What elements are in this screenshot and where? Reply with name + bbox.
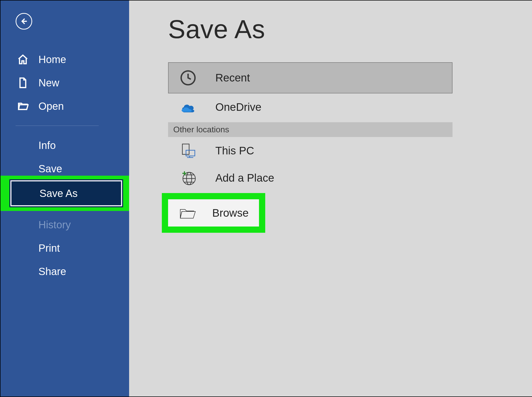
clock-icon (176, 70, 200, 86)
this-pc-icon (176, 142, 200, 159)
location-label: Add a Place (215, 172, 274, 184)
location-label: Recent (215, 72, 250, 84)
sidebar-item-label: History (38, 219, 71, 231)
main-panel: Save As Recent OneDrive Other locations (129, 0, 532, 397)
add-place-globe-icon (176, 170, 200, 186)
sidebar-item-print[interactable]: Print (0, 236, 129, 260)
sidebar-divider (16, 126, 99, 126)
onedrive-cloud-icon (176, 99, 200, 115)
sidebar-item-label: Share (38, 266, 66, 277)
location-label: OneDrive (215, 101, 261, 113)
backstage-sidebar: Home New Open Info Save Save As (0, 0, 129, 397)
other-locations-header: Other locations (168, 122, 453, 137)
sidebar-item-label: Print (38, 242, 60, 254)
location-this-pc[interactable]: This PC (168, 137, 453, 164)
sidebar-nav: Home New Open Info Save Save As (0, 48, 129, 283)
location-browse[interactable]: Browse (168, 199, 259, 227)
sidebar-item-save-as-selected[interactable]: Save As (10, 180, 122, 206)
back-button[interactable] (16, 13, 32, 30)
location-add-place[interactable]: Add a Place (168, 164, 453, 191)
sidebar-item-label: Home (38, 54, 66, 65)
svg-rect-3 (186, 150, 195, 156)
tutorial-highlight: Browse (162, 193, 265, 233)
page-title: Save As (168, 14, 532, 44)
sidebar-item-share[interactable]: Share (0, 260, 129, 283)
back-arrow-icon (19, 17, 28, 26)
sidebar-item-save-as[interactable]: Save As (0, 180, 129, 206)
home-icon (16, 52, 30, 67)
sidebar-item-new[interactable]: New (0, 71, 129, 94)
sidebar-item-history[interactable]: History (0, 213, 129, 236)
open-folder-icon (16, 99, 30, 113)
sidebar-item-info[interactable]: Info (0, 134, 129, 157)
sidebar-item-label: Save (38, 163, 62, 175)
sidebar-item-home[interactable]: Home (0, 48, 129, 71)
save-locations-list: Recent OneDrive Other locations (168, 62, 453, 233)
location-label: Browse (212, 207, 249, 219)
location-recent[interactable]: Recent (168, 62, 453, 93)
location-onedrive[interactable]: OneDrive (168, 93, 453, 121)
sidebar-item-open[interactable]: Open (0, 94, 129, 118)
sidebar-item-label: Save As (39, 188, 78, 199)
sidebar-item-label: Info (38, 140, 56, 151)
location-label: This PC (215, 145, 254, 157)
sidebar-item-label: Open (38, 100, 64, 112)
new-document-icon (16, 76, 30, 90)
sidebar-item-label: New (38, 77, 59, 89)
browse-folder-icon (176, 206, 199, 220)
